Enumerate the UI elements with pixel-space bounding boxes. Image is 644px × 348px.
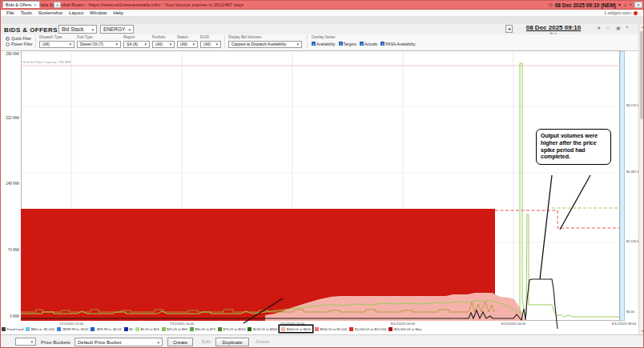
price-buckets-label: Price Buckets — [41, 340, 70, 345]
legend-item: $150.01 to $300 — [248, 327, 277, 331]
alert-dot-icon[interactable] — [634, 11, 638, 15]
filter-select-station[interactable]: (All)▾ — [177, 41, 198, 48]
overlay-check-pasa-availability[interactable]: ✓PASA Availability — [380, 42, 415, 46]
filter-select-fuel-type[interactable]: Diesel Oil (7)▾ — [77, 41, 121, 48]
legend-item: $75.01 to $150 — [218, 327, 245, 331]
filter-value: (All) — [203, 42, 211, 46]
filter-group-duid: DUID(All)▾ — [200, 35, 221, 48]
duplicate-bucket-button[interactable]: Duplicate — [215, 338, 249, 346]
filter-label: DUID — [200, 35, 221, 39]
price-bucket-select[interactable]: Default Price Bucket▾ — [74, 338, 163, 346]
overlay-check-actuals[interactable]: ✓Actuals — [360, 42, 377, 46]
current-date-display[interactable]: 08 Dec 2025 09:10 — [515, 24, 592, 31]
legend-item: $500.01 to $1,000 — [315, 327, 347, 331]
legend-item: $25.01 to $50 — [162, 327, 187, 331]
quick-filter-radio[interactable]: Quick Filter — [6, 36, 31, 41]
chevron-down-icon: ▾ — [157, 340, 159, 345]
vertical-scrollbar[interactable]: ▴ ▾ — [638, 24, 644, 334]
scroll-up-icon[interactable]: ▴ — [639, 24, 644, 30]
nem-clock: 08 Dec 2025 09:10 (NEM) — [555, 2, 616, 8]
filter-label: Station — [177, 35, 198, 39]
checkbox-checked-icon: ✓ — [312, 42, 316, 46]
display-bid-volumes-label: Display Bid Volumes — [228, 35, 302, 39]
filter-select-dispatch-type[interactable]: (All)▾ — [39, 41, 74, 48]
camera-icon[interactable]: ▣ — [616, 25, 621, 30]
legend-swatch — [91, 327, 95, 331]
legend-item: $50.01 to $75 — [190, 327, 215, 331]
radio-off-icon — [6, 42, 10, 46]
filter-select-region[interactable]: SA (6)▾ — [123, 41, 150, 48]
bid-stack-chart[interactable] — [21, 50, 620, 321]
legend-label: $15,500.01 to Max — [394, 327, 422, 331]
legend-swatch — [135, 327, 139, 331]
legend-label: $Min to -$1,000 — [31, 327, 54, 331]
filter-value: (All) — [180, 42, 187, 46]
scroll-down-icon[interactable]: ▾ — [639, 328, 644, 334]
tab-close-icon[interactable]: × — [34, 2, 36, 7]
clock-dropdown-icon[interactable]: ▾ — [618, 2, 621, 7]
add-tab-button[interactable]: + — [54, 2, 61, 8]
home-icon[interactable]: ⌂ — [606, 25, 610, 30]
filter-value: (All) — [155, 42, 163, 46]
view-selector[interactable]: Bid Stack▾ — [58, 25, 97, 34]
create-bucket-button[interactable]: Create — [167, 338, 193, 346]
divider — [224, 35, 225, 48]
x-axis-tick: 8/12/2025 04:00 — [491, 322, 536, 326]
legend-swatch — [124, 327, 128, 331]
window-titlebar: ez2view Australia by Global Roam - https… — [1, 1, 644, 10]
overlay-series-group: Overlay Series ✓Availability✓Targets✓Act… — [312, 35, 416, 46]
chat-icon[interactable]: ❝ — [626, 25, 628, 30]
display-bid-volumes-select[interactable]: Capped at Dispatch Availability▾ — [228, 41, 302, 48]
legend-item: $1,000.01 to $15,500 — [349, 327, 386, 331]
tab-overflow-button[interactable]: ▾ — [634, 2, 642, 8]
star-icon[interactable]: ★ — [597, 25, 601, 30]
overlay-check-targets[interactable]: ✓Targets — [339, 42, 356, 46]
legend-label: $500.01 to $1,000 — [320, 327, 348, 331]
legend-item-highlighted: $300.01 to $500 — [280, 326, 312, 332]
checkbox-label: Actuals — [364, 42, 377, 46]
scrollbar-thumb[interactable] — [640, 31, 644, 119]
filter-group-fuel-type: Fuel TypeDiesel Oil (7)▾ — [77, 35, 121, 48]
legend-swatch — [162, 327, 166, 331]
legend-swatch — [190, 327, 194, 331]
power-filter-radio[interactable]: Power Filter — [6, 42, 33, 46]
annotation-callout: Output volumes were higher after the pri… — [536, 129, 611, 165]
menu-layout[interactable]: Layout — [66, 10, 87, 15]
menu-window[interactable]: Window — [87, 10, 110, 15]
checkbox-label: Targets — [344, 42, 356, 46]
menu-screenshot[interactable]: Screenshot — [35, 10, 66, 15]
date-back-button[interactable]: ◄ — [505, 25, 513, 33]
axis-scale-select[interactable]: ▾ — [15, 338, 36, 346]
menu-file[interactable]: File — [3, 10, 18, 15]
chevron-down-icon: ▾ — [115, 42, 118, 46]
speaker-icon[interactable]: ♫ — [623, 2, 627, 7]
y-axis-tick-left: 0 MW — [2, 314, 19, 318]
menu-help[interactable]: Help — [110, 10, 126, 15]
legend-item: Fixed Load — [2, 327, 23, 331]
delete-bucket-button: Delete — [252, 338, 273, 346]
filter-select-portfolio[interactable]: (All)▾ — [152, 41, 175, 48]
collapse-icon[interactable]: ˄ — [629, 2, 632, 7]
current-time-band — [620, 51, 625, 321]
tab-label: Bids & Offers — [6, 2, 31, 7]
menu-bar: FileToolsScreenshotLayoutWindowHelp 1 wi… — [1, 10, 644, 17]
legend-item: $Min to -$1,000 — [26, 327, 54, 331]
legend-label: -$99.99 to -$0.01 — [96, 327, 122, 331]
chevron-down-icon: ▾ — [30, 339, 33, 344]
y-axis-tick-left: 222 MW — [2, 116, 19, 120]
commodity-selector[interactable]: ENERGY▾ — [100, 25, 134, 34]
chevron-down-icon: ▾ — [192, 42, 195, 46]
checkbox-checked-icon: ✓ — [360, 42, 364, 46]
legend-swatch — [218, 327, 222, 331]
menu-tools[interactable]: Tools — [18, 10, 35, 15]
overlay-check-availability[interactable]: ✓Availability — [312, 42, 336, 46]
tab-bids-offers[interactable]: Bids & Offers × — [2, 1, 40, 8]
chevron-down-icon: ▾ — [128, 27, 131, 32]
legend-item: -$999.99 to -$100 — [57, 327, 89, 331]
legend-swatch — [315, 327, 319, 331]
filter-select-duid[interactable]: (All)▾ — [200, 41, 221, 48]
overlay-series-label: Overlay Series — [312, 35, 416, 39]
legend-label: $0.01 to $25 — [140, 327, 159, 331]
chevron-down-icon: ▾ — [144, 42, 147, 46]
edit-bucket-button: Edit — [198, 338, 214, 346]
